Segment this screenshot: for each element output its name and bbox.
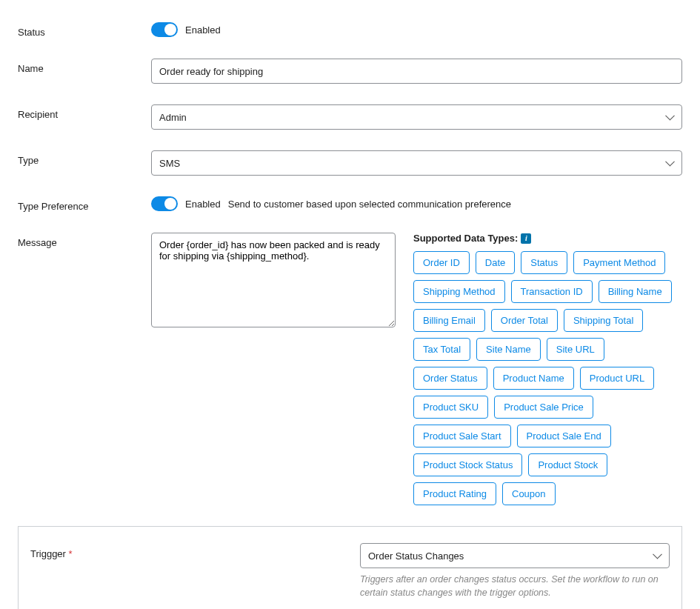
status-toggle[interactable]: [151, 22, 178, 37]
data-type-tag[interactable]: Payment Method: [573, 251, 665, 274]
message-label: Message: [18, 233, 151, 248]
supported-tags: Order IDDateStatusPayment MethodShipping…: [413, 251, 682, 505]
data-type-tag[interactable]: Product URL: [580, 367, 654, 390]
data-type-tag[interactable]: Order Status: [413, 367, 487, 390]
data-type-tag[interactable]: Date: [476, 251, 515, 274]
name-input[interactable]: [151, 59, 682, 84]
data-type-tag[interactable]: Product Sale Price: [494, 396, 593, 419]
data-type-tag[interactable]: Site Name: [476, 338, 541, 361]
data-type-tag[interactable]: Transaction ID: [511, 280, 593, 303]
data-type-tag[interactable]: Billing Name: [599, 280, 672, 303]
trigger-select[interactable]: Order Status Changes: [360, 543, 670, 568]
type-pref-label: Type Preference: [18, 196, 151, 212]
info-icon[interactable]: i: [521, 233, 531, 244]
data-type-tag[interactable]: Product Stock Status: [413, 453, 522, 476]
type-pref-desc: Send to customer based upon selected com…: [228, 199, 511, 210]
data-type-tag[interactable]: Billing Email: [413, 309, 485, 332]
type-pref-toggle-label: Enabled: [185, 199, 221, 210]
name-label: Name: [18, 59, 151, 74]
trigger-hint: Triggers after an order changes status o…: [360, 573, 670, 599]
data-type-tag[interactable]: Shipping Total: [564, 309, 643, 332]
data-type-tag[interactable]: Product Name: [493, 367, 574, 390]
data-type-tag[interactable]: Order Total: [491, 309, 558, 332]
data-type-tag[interactable]: Product Sale End: [517, 425, 611, 447]
data-type-tag[interactable]: Product SKU: [413, 396, 488, 419]
status-label: Status: [18, 22, 151, 38]
data-type-tag[interactable]: Product Sale Start: [413, 425, 511, 447]
data-type-tag[interactable]: Shipping Method: [413, 280, 505, 303]
trigger-label: Triggger *: [30, 543, 360, 559]
recipient-label: Recipient: [18, 104, 151, 120]
type-select[interactable]: SMS: [151, 150, 682, 176]
status-toggle-label: Enabled: [185, 24, 221, 36]
data-type-tag[interactable]: Site URL: [547, 338, 604, 361]
data-type-tag[interactable]: Coupon: [502, 482, 556, 505]
data-type-tag[interactable]: Product Stock: [528, 453, 607, 476]
recipient-select[interactable]: Admin: [151, 104, 682, 130]
supported-title: Supported Data Types:: [413, 233, 518, 244]
data-type-tag[interactable]: Tax Total: [413, 338, 470, 361]
message-textarea[interactable]: Order {order_id} has now been packed and…: [151, 233, 396, 327]
type-pref-toggle[interactable]: [151, 196, 178, 211]
type-label: Type: [18, 150, 151, 166]
trigger-panel: Triggger * Order Status Changes Triggers…: [18, 526, 682, 609]
data-type-tag[interactable]: Product Rating: [413, 482, 496, 505]
data-type-tag[interactable]: Order ID: [413, 251, 470, 274]
data-type-tag[interactable]: Status: [521, 251, 567, 274]
